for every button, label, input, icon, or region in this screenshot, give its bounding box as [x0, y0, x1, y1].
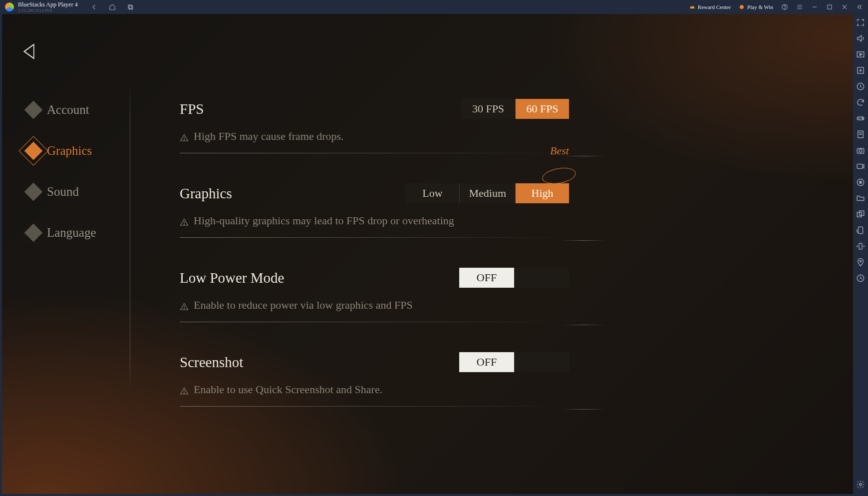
svg-rect-16	[857, 164, 863, 169]
graphics-options: Low Medium High	[405, 183, 569, 203]
nav-item-sound[interactable]: Sound	[27, 185, 137, 199]
svg-point-26	[184, 139, 184, 140]
hamburger-icon[interactable]	[796, 3, 803, 10]
svg-point-15	[859, 149, 862, 152]
svg-marker-7	[860, 53, 863, 56]
title-bar: BlueStacks App Player 4 5.13.200.1014 P6…	[0, 0, 868, 14]
lock-cursor-icon[interactable]	[856, 66, 865, 75]
volume-icon[interactable]	[856, 34, 865, 43]
low-power-hint-text: Enable to reduce power via low graphics …	[194, 299, 413, 312]
controller-icon[interactable]	[856, 114, 865, 123]
diamond-icon	[24, 224, 43, 242]
graphics-option-medium[interactable]: Medium	[459, 183, 515, 203]
camera-icon[interactable]	[856, 146, 865, 155]
warning-icon	[180, 132, 189, 140]
svg-rect-22	[859, 243, 862, 249]
sync-icon[interactable]	[856, 98, 865, 107]
screenshot-hint: Enable to use Quick Screenshot and Share…	[180, 383, 569, 396]
record-icon[interactable]	[856, 162, 865, 171]
graphics-option-low[interactable]: Low	[405, 183, 459, 203]
svg-point-4	[785, 8, 785, 9]
multi-instance-icon[interactable]	[856, 210, 865, 219]
settings-nav: Account Graphics Sound Language	[27, 103, 137, 267]
app-version: 5.13.200.1014 P64	[18, 8, 78, 13]
svg-point-25	[860, 484, 862, 486]
svg-rect-21	[859, 227, 863, 234]
graphics-option-high[interactable]: High	[515, 183, 569, 203]
svg-rect-0	[128, 5, 132, 8]
back-button[interactable]	[19, 41, 40, 62]
screenshot-toggle[interactable]: OFF	[459, 352, 569, 372]
reward-center-button[interactable]: Reward Center	[689, 4, 731, 10]
setting-fps: FPS 30 FPS 60 FPS High FPS may cause fra…	[180, 99, 569, 153]
folder-icon[interactable]	[856, 194, 865, 203]
warning-icon	[180, 386, 189, 394]
clock-icon[interactable]	[856, 274, 865, 283]
fps-option-60[interactable]: 60 FPS	[515, 99, 569, 119]
screenshot-hint-text: Enable to use Quick Screenshot and Share…	[194, 383, 382, 396]
game-viewport: Account Graphics Sound Language FPS 30 F…	[2, 14, 853, 494]
low-power-hint: Enable to reduce power via low graphics …	[180, 299, 569, 312]
fps-hint: High FPS may cause frame drops.	[180, 130, 569, 143]
close-icon[interactable]	[841, 3, 848, 10]
svg-point-2	[740, 5, 744, 9]
screenshot-title: Screenshot	[180, 354, 243, 371]
diamond-icon	[24, 142, 43, 160]
help-icon[interactable]	[781, 3, 788, 10]
back-icon[interactable]	[91, 3, 98, 10]
settings-panel: FPS 30 FPS 60 FPS High FPS may cause fra…	[180, 99, 569, 437]
graphics-title: Graphics	[180, 185, 232, 202]
warning-icon	[180, 301, 189, 309]
svg-point-27	[184, 224, 184, 224]
nav-label-sound: Sound	[47, 185, 79, 199]
fullscreen-icon[interactable]	[856, 18, 865, 27]
nav-label-graphics: Graphics	[47, 144, 92, 158]
app-title: BlueStacks App Player 4	[18, 1, 78, 7]
divider	[180, 406, 569, 407]
toggle-on	[514, 352, 569, 372]
home-icon[interactable]	[109, 3, 116, 10]
svg-point-12	[863, 118, 864, 119]
nav-label-account: Account	[47, 103, 89, 117]
setting-graphics: Graphics Best Low Medium High High-quali…	[180, 183, 569, 238]
nav-item-language[interactable]: Language	[27, 226, 137, 240]
nav-label-language: Language	[47, 226, 96, 240]
svg-point-29	[184, 393, 184, 393]
svg-point-23	[860, 260, 862, 262]
svg-rect-5	[828, 5, 832, 9]
diamond-icon	[24, 183, 43, 201]
diamond-icon	[24, 101, 43, 119]
low-power-toggle[interactable]: OFF	[459, 268, 569, 288]
toggle-off: OFF	[459, 352, 514, 372]
play-win-button[interactable]: Play & Win	[739, 4, 773, 10]
fps-option-30[interactable]: 30 FPS	[461, 99, 515, 119]
location-icon[interactable]	[856, 258, 865, 267]
coin-icon	[739, 4, 745, 10]
settings-gear-icon[interactable]	[856, 480, 865, 489]
toggle-off: OFF	[459, 268, 514, 288]
side-toolbar	[853, 14, 868, 496]
recent-icon[interactable]	[127, 3, 134, 10]
keymap-icon[interactable]	[856, 82, 865, 91]
warning-icon	[180, 217, 189, 225]
svg-rect-1	[129, 6, 132, 9]
macro-icon[interactable]	[856, 178, 865, 187]
shake-icon[interactable]	[856, 242, 865, 251]
reward-center-label: Reward Center	[698, 4, 731, 10]
setting-low-power: Low Power Mode OFF Enable to reduce powe…	[180, 268, 569, 322]
collapse-sidebar-icon[interactable]	[856, 3, 863, 10]
graphics-hint: High-quality graphics may lead to FPS dr…	[180, 214, 569, 227]
nav-item-account[interactable]: Account	[27, 103, 137, 117]
toggle-on	[514, 268, 569, 288]
minimize-icon[interactable]	[811, 3, 818, 10]
apk-icon[interactable]	[856, 130, 865, 139]
divider	[180, 322, 569, 322]
crown-icon	[689, 4, 695, 10]
divider	[180, 153, 569, 153]
rotate-icon[interactable]	[856, 226, 865, 235]
maximize-icon[interactable]	[826, 3, 833, 10]
nav-item-graphics[interactable]: Graphics	[27, 144, 137, 158]
fps-title: FPS	[180, 101, 204, 117]
screenshot-tool-icon[interactable]	[856, 50, 865, 59]
setting-screenshot: Screenshot OFF Enable to use Quick Scree…	[180, 352, 569, 407]
